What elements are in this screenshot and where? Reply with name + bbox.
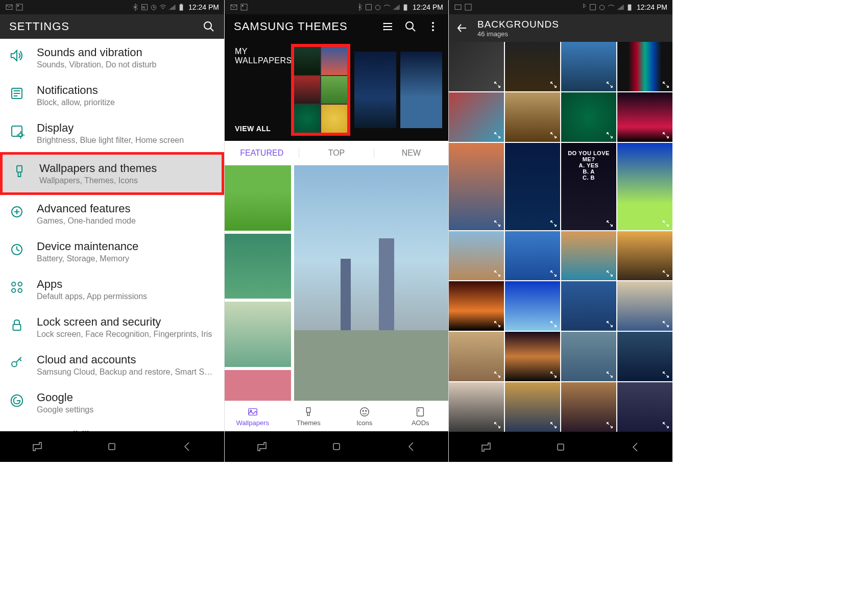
expand-icon [606, 371, 614, 379]
plus-gear-icon [9, 204, 25, 219]
expand-icon [662, 421, 670, 429]
search-icon[interactable] [404, 20, 417, 33]
background-thumb[interactable] [505, 143, 560, 230]
svg-point-33 [432, 22, 434, 24]
svg-point-27 [375, 5, 380, 10]
background-thumb[interactable] [505, 382, 560, 432]
background-thumb[interactable] [617, 231, 672, 281]
settings-item-cloud[interactable]: Cloud and accountsSamsung Cloud, Backup … [0, 346, 224, 384]
featured-main[interactable] [294, 165, 448, 401]
settings-item-advanced[interactable]: Advanced featuresGames, One-handed mode [0, 195, 224, 233]
background-thumb[interactable] [449, 143, 504, 230]
annot: B. A [561, 168, 616, 175]
background-thumb[interactable] [449, 92, 504, 142]
expand-icon [493, 219, 501, 228]
background-thumb[interactable] [617, 42, 672, 91]
nav-themes[interactable]: Themes [281, 401, 337, 431]
svg-point-41 [366, 410, 367, 411]
back-icon[interactable] [629, 441, 641, 453]
nav-wallpapers[interactable]: Wallpapers [225, 401, 281, 431]
svg-rect-28 [404, 5, 407, 11]
background-thumb[interactable] [617, 92, 672, 142]
svg-point-29 [383, 23, 385, 24]
background-thumb[interactable] [505, 42, 560, 91]
svg-point-40 [363, 410, 364, 411]
background-thumb[interactable] [617, 382, 672, 432]
home-icon[interactable] [106, 440, 118, 453]
background-thumb[interactable] [449, 231, 504, 281]
svg-rect-12 [17, 166, 22, 173]
status-time: 12:24 PM [188, 3, 219, 11]
settings-item-apps[interactable]: AppsDefault apps, App permissions [0, 271, 224, 308]
background-thumb[interactable] [561, 42, 616, 91]
themes-icon [303, 406, 314, 417]
expand-icon [662, 131, 670, 139]
settings-item-wallpapers-themes[interactable]: Wallpapers and themesWallpapers, Themes,… [0, 152, 224, 195]
home-icon[interactable] [554, 441, 567, 453]
featured-card[interactable] [225, 302, 291, 367]
featured-card[interactable] [225, 370, 291, 401]
settings-item-display[interactable]: DisplayBrightness, Blue light filter, Ho… [0, 114, 224, 152]
home-icon[interactable] [330, 440, 343, 453]
svg-point-32 [406, 22, 413, 29]
background-thumb[interactable] [617, 332, 672, 381]
expand-icon [606, 81, 614, 89]
view-all-button[interactable]: VIEW ALL [235, 125, 291, 133]
background-thumb[interactable] [505, 92, 560, 142]
wifi-icon [607, 3, 615, 11]
background-thumb[interactable] [561, 332, 616, 381]
themes-header: SAMSUNG THEMES [225, 14, 448, 39]
recent-icon[interactable] [31, 440, 43, 453]
tab-featured[interactable]: FEATURED [225, 149, 299, 158]
status-bar: N 12:24 PM [0, 0, 224, 14]
settings-title: SETTINGS [9, 20, 69, 33]
background-thumb[interactable]: DO YOU LOVE ME?A. YESB. AC. B [561, 143, 616, 230]
settings-item-google[interactable]: GoogleGoogle settings [0, 384, 224, 422]
tab-new[interactable]: NEW [374, 149, 448, 158]
settings-item-maintenance[interactable]: Device maintenanceBattery, Storage, Memo… [0, 233, 224, 271]
nav-aods[interactable]: AODs [393, 401, 449, 431]
wallpaper-thumb-highlighted[interactable] [291, 44, 350, 136]
svg-point-25 [242, 5, 244, 7]
expand-icon [606, 219, 614, 228]
svg-point-39 [360, 407, 369, 416]
recent-icon[interactable] [480, 441, 492, 453]
nav-icons[interactable]: Icons [336, 401, 393, 431]
back-icon[interactable] [405, 440, 417, 453]
background-thumb[interactable] [449, 382, 504, 432]
back-arrow-icon[interactable] [456, 22, 468, 34]
background-thumb[interactable] [505, 332, 560, 381]
expand-icon [493, 371, 501, 379]
recent-icon[interactable] [256, 440, 268, 453]
background-thumb[interactable] [505, 281, 560, 331]
background-thumb[interactable] [449, 42, 504, 91]
background-thumb[interactable] [617, 281, 672, 331]
settings-item-sounds[interactable]: Sounds and vibrationSounds, Vibration, D… [0, 39, 224, 77]
wallpaper-thumb[interactable] [354, 52, 396, 128]
background-thumb[interactable] [561, 382, 616, 432]
aod-icon [415, 406, 426, 417]
wallpaper-thumb[interactable] [400, 52, 442, 128]
background-thumb[interactable] [561, 92, 616, 142]
svg-rect-1 [16, 4, 22, 10]
expand-icon [606, 269, 614, 278]
featured-card[interactable] [225, 165, 291, 231]
background-thumb[interactable] [561, 231, 616, 281]
svg-rect-6 [180, 5, 183, 11]
background-thumb[interactable] [449, 332, 504, 381]
list-icon[interactable] [382, 20, 394, 33]
more-icon[interactable] [427, 20, 439, 33]
background-thumb[interactable] [561, 281, 616, 331]
backgrounds-count: 46 images [477, 30, 559, 38]
background-thumb[interactable] [617, 143, 672, 230]
gmail-icon [230, 3, 238, 11]
settings-item-notifications[interactable]: NotificationsBlock, allow, prioritize [0, 77, 224, 114]
settings-item-lockscreen[interactable]: Lock screen and securityLock screen, Fac… [0, 308, 224, 346]
search-icon[interactable] [203, 20, 215, 33]
featured-card[interactable] [225, 234, 291, 299]
themes-bottom-nav: Wallpapers Themes Icons AODs [225, 401, 448, 431]
background-thumb[interactable] [449, 281, 504, 331]
tab-top[interactable]: TOP [299, 149, 373, 158]
back-icon[interactable] [181, 440, 193, 453]
background-thumb[interactable] [505, 231, 560, 281]
